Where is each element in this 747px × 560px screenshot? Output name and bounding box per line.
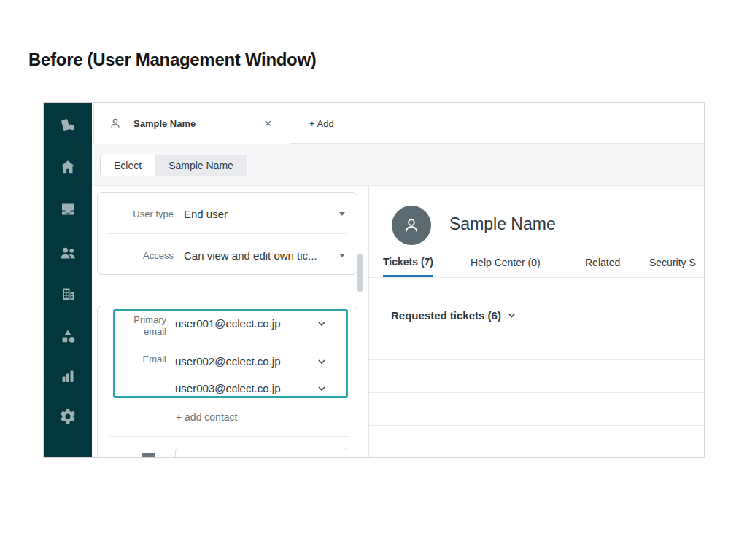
tab-help-center[interactable]: Help Center (0) bbox=[471, 248, 541, 277]
email2-value[interactable]: user002@eclect.co.jp bbox=[175, 355, 280, 368]
scrollbar-thumb[interactable] bbox=[357, 254, 363, 292]
user-management-screenshot: Sample Name + Add Eclect Sample Name Use… bbox=[43, 102, 705, 458]
objects-icon[interactable] bbox=[44, 324, 92, 349]
views-icon[interactable] bbox=[44, 197, 92, 222]
settings-gear-icon[interactable] bbox=[44, 404, 92, 429]
tab-sample-name[interactable]: Sample Name bbox=[93, 103, 290, 144]
chevron-down-icon bbox=[507, 311, 516, 320]
user-type-label: User type bbox=[108, 208, 174, 219]
page-title: Before (User Management Window) bbox=[28, 50, 317, 70]
home-icon[interactable] bbox=[44, 155, 92, 179]
chevron-down-icon[interactable] bbox=[317, 384, 327, 397]
breadcrumb-item-sample-name[interactable]: Sample Name bbox=[155, 155, 247, 176]
table-header-row: Ticket status ID Subject bbox=[369, 330, 704, 351]
email3-value[interactable]: user003@eclect.co.jp bbox=[175, 382, 280, 394]
breadcrumb-bar: Eclect Sample Name bbox=[92, 144, 704, 186]
requested-tickets-label: Requested tickets (6) bbox=[391, 309, 501, 322]
add-contact-link[interactable]: + add contact bbox=[176, 411, 237, 423]
primary-email-value[interactable]: user001@eclect.co.jp bbox=[175, 317, 280, 330]
email-label: Email bbox=[112, 354, 166, 365]
zendesk-logo-icon[interactable] bbox=[44, 114, 92, 139]
organizations-icon[interactable] bbox=[44, 282, 92, 307]
user-type-card: User type End user Access Can view and e… bbox=[97, 192, 357, 275]
chevron-down-icon[interactable] bbox=[317, 319, 327, 332]
breadcrumb-item-eclect[interactable]: Eclect bbox=[101, 155, 155, 176]
tab-security-settings[interactable]: Security S bbox=[649, 248, 696, 277]
avatar bbox=[392, 206, 431, 245]
profile-tabs: Tickets (7) Help Center (0) Related Secu… bbox=[369, 249, 704, 278]
tab-label: Sample Name bbox=[133, 118, 196, 129]
table-row[interactable]: Solved #1032 Sample Ticket bbox=[369, 392, 704, 425]
user-type-field[interactable]: User type End user bbox=[98, 192, 357, 234]
clipped-field-label bbox=[142, 453, 155, 458]
table-row[interactable]: Solved #1029 Sample Ticket bbox=[369, 425, 704, 458]
access-label: Access bbox=[108, 249, 174, 260]
tab-bar: Sample Name + Add bbox=[92, 103, 704, 144]
table-row[interactable]: New #1033 Sample Ticket bbox=[369, 359, 704, 392]
tab-related[interactable]: Related bbox=[585, 248, 620, 277]
chevron-down-icon[interactable] bbox=[317, 357, 327, 370]
sidebar bbox=[44, 103, 92, 457]
access-value: Can view and edit own tic... bbox=[184, 249, 317, 261]
person-icon bbox=[109, 117, 122, 130]
slide-page: Before (User Management Window) bbox=[0, 0, 747, 560]
tab-tickets[interactable]: Tickets (7) bbox=[383, 248, 433, 277]
customers-icon[interactable] bbox=[44, 241, 92, 265]
caret-down-icon bbox=[339, 212, 345, 216]
reporting-icon[interactable] bbox=[44, 364, 92, 389]
user-type-value: End user bbox=[184, 207, 228, 219]
add-tab-button[interactable]: + Add bbox=[299, 103, 344, 144]
clipped-input-field[interactable] bbox=[175, 448, 347, 458]
breadcrumb: Eclect Sample Name bbox=[100, 155, 247, 176]
requested-tickets-header[interactable]: Requested tickets (6) bbox=[391, 309, 516, 322]
close-icon[interactable] bbox=[264, 118, 272, 129]
caret-down-icon bbox=[339, 254, 345, 257]
profile-name: Sample Name bbox=[449, 214, 556, 234]
access-field[interactable]: Access Can view and edit own tic... bbox=[98, 234, 357, 276]
primary-email-label: Primary email bbox=[112, 314, 166, 338]
divider bbox=[109, 436, 350, 437]
